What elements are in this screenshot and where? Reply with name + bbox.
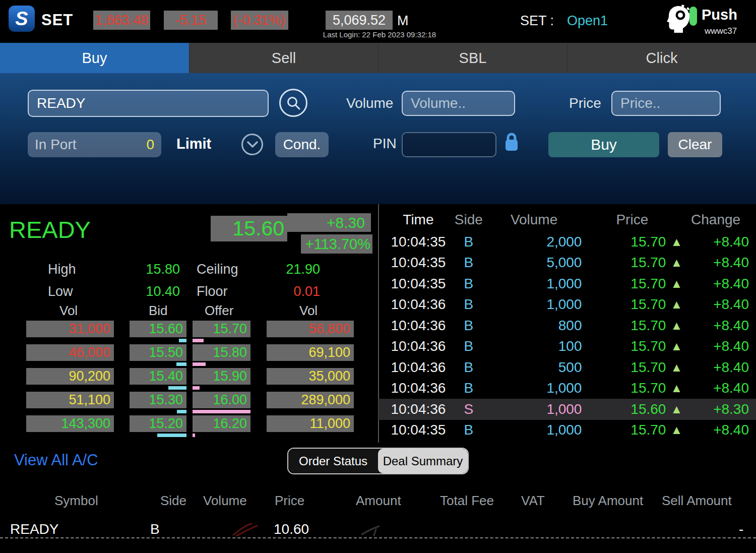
volume-header: Volume <box>203 493 247 509</box>
segment-deal-summary[interactable]: Deal Summary <box>378 449 468 473</box>
tab-sell[interactable]: Sell <box>189 43 378 73</box>
trade-side: S <box>451 401 486 417</box>
trade-time: 10:04:36 <box>386 380 451 396</box>
trade-row-selected[interactable]: 10:04:36 S 1,000 15.60▲ +8.30 <box>379 399 756 420</box>
high-value: 15.80 <box>126 262 180 277</box>
offer-price-cell[interactable]: 16.00 <box>193 392 250 408</box>
push-label: Push <box>702 7 737 23</box>
trade-side: B <box>451 276 486 292</box>
offer-header: Offer <box>205 303 233 319</box>
trade-row[interactable]: 10:04:35 B 2,000 15.70▲ +8.40 <box>379 231 756 253</box>
offer-volume-cell[interactable]: 56,800 <box>267 321 354 337</box>
up-triangle-icon: ▲ <box>670 256 682 270</box>
pin-input[interactable] <box>402 132 496 157</box>
trade-row[interactable]: 10:04:35 B 5,000 15.70▲ +8.40 <box>379 253 756 274</box>
settings-head-icon[interactable] <box>664 3 692 33</box>
trade-time: 10:04:36 <box>386 296 451 313</box>
trade-volume: 1,000 <box>486 276 582 292</box>
in-port-value: 0 <box>146 137 154 153</box>
redaction-mark <box>359 522 389 537</box>
bid-header: Bid <box>149 303 168 319</box>
trade-row[interactable]: 10:04:36 B 1,000 15.70▲ +8.40 <box>379 294 756 316</box>
tab-buy[interactable]: Buy <box>0 43 189 73</box>
offer-price-cell[interactable]: 16.20 <box>193 415 250 432</box>
price-header: Price <box>275 493 304 509</box>
trade-price: 15.70 <box>631 276 666 292</box>
trade-row[interactable]: 10:04:36 B 500 15.70▲ +8.40 <box>379 357 756 378</box>
buy-amount-header: Buy Amount <box>573 493 643 509</box>
price-input[interactable] <box>611 91 721 116</box>
price-change-percent: +113.70% <box>301 234 372 254</box>
bid-volume-bar <box>176 362 186 366</box>
floor-value: 0.01 <box>266 284 320 299</box>
bid-price-cell[interactable]: 15.30 <box>130 392 186 408</box>
trade-side: B <box>451 338 486 354</box>
offer-volume-cell[interactable]: 69,100 <box>267 344 354 361</box>
offer-volume-bar <box>193 434 195 437</box>
price-header: Price <box>582 212 682 228</box>
trade-price: 15.70 <box>631 296 666 313</box>
trade-side: B <box>451 296 486 313</box>
time-header: Time <box>386 212 451 228</box>
offer-volume-cell[interactable]: 11,000 <box>267 415 354 432</box>
trade-time: 10:04:35 <box>386 234 451 250</box>
trade-price: 15.70 <box>631 359 666 376</box>
segment-order-status[interactable]: Order Status <box>288 449 378 473</box>
in-port-field[interactable]: In Port 0 <box>28 132 161 157</box>
tab-sbl[interactable]: SBL <box>378 43 567 73</box>
last-price: 15.60 <box>211 216 287 241</box>
bid-volume-cell[interactable]: 143,300 <box>26 415 114 432</box>
offer-volume-cell[interactable]: 289,000 <box>267 392 354 408</box>
price-change: +8.30 <box>287 213 371 232</box>
side-header: Side <box>160 493 186 509</box>
bid-price-cell[interactable]: 15.60 <box>130 321 186 337</box>
tab-click[interactable]: Click <box>567 43 756 73</box>
trade-side: B <box>451 318 486 334</box>
up-triangle-icon: ▲ <box>670 402 682 416</box>
offer-volume-cell[interactable]: 35,000 <box>267 368 354 385</box>
trade-volume: 1,000 <box>486 422 582 438</box>
clear-button[interactable]: Clear <box>668 132 722 157</box>
trade-row[interactable]: 10:04:35 B 1,000 15.70▲ +8.40 <box>379 273 756 294</box>
trade-row[interactable]: 10:04:35 B 1,000 15.70▲ +8.40 <box>379 420 756 441</box>
lock-icon[interactable] <box>505 133 519 152</box>
index-change: -5.15 <box>164 11 218 30</box>
bid-volume-cell[interactable]: 46,000 <box>26 344 114 361</box>
trade-side: B <box>451 422 486 438</box>
trade-row[interactable]: 10:04:36 B 1,000 15.70▲ +8.40 <box>379 378 756 399</box>
condition-button[interactable]: Cond. <box>275 132 329 157</box>
trade-row[interactable]: 10:04:36 B 800 15.70▲ +8.40 <box>379 315 756 336</box>
symbol-input[interactable] <box>28 90 269 117</box>
trade-price: 15.70 <box>631 234 666 250</box>
app-logo: S <box>9 6 35 32</box>
bid-volume-cell[interactable]: 31,000 <box>26 321 114 337</box>
offer-price-cell[interactable]: 15.90 <box>193 368 250 385</box>
trade-volume: 5,000 <box>486 255 582 271</box>
bid-price-cell[interactable]: 15.40 <box>130 368 186 385</box>
trade-price: 15.70 <box>631 380 666 396</box>
up-triangle-icon: ▲ <box>670 423 682 437</box>
bid-price-cell[interactable]: 15.20 <box>130 415 186 432</box>
bid-vol-header: Vol <box>59 303 78 319</box>
push-status-icon[interactable] <box>689 7 697 26</box>
chevron-down-icon[interactable] <box>241 134 263 155</box>
market-turnover: 5,069.52 <box>326 11 393 30</box>
pin-label: PIN <box>373 136 397 152</box>
market-turnover-unit: M <box>397 13 409 29</box>
view-all-accounts-link[interactable]: View All A/C <box>14 451 98 469</box>
trade-row[interactable]: 10:04:36 B 100 15.70▲ +8.40 <box>379 336 756 357</box>
redaction-mark <box>229 521 265 538</box>
offer-price-cell[interactable]: 15.70 <box>193 321 250 337</box>
offer-price-cell[interactable]: 15.80 <box>193 344 250 361</box>
bid-volume-cell[interactable]: 90,200 <box>26 368 114 385</box>
up-triangle-icon: ▲ <box>670 339 682 353</box>
trade-side: B <box>451 255 486 271</box>
trade-change: +8.40 <box>682 338 749 354</box>
search-icon[interactable] <box>279 89 307 117</box>
trade-volume: 2,000 <box>486 234 582 250</box>
buy-button[interactable]: Buy <box>548 132 659 157</box>
in-port-label: In Port <box>35 137 76 153</box>
bid-volume-cell[interactable]: 51,100 <box>26 392 114 408</box>
bid-price-cell[interactable]: 15.50 <box>130 344 186 361</box>
volume-input[interactable] <box>402 91 515 116</box>
